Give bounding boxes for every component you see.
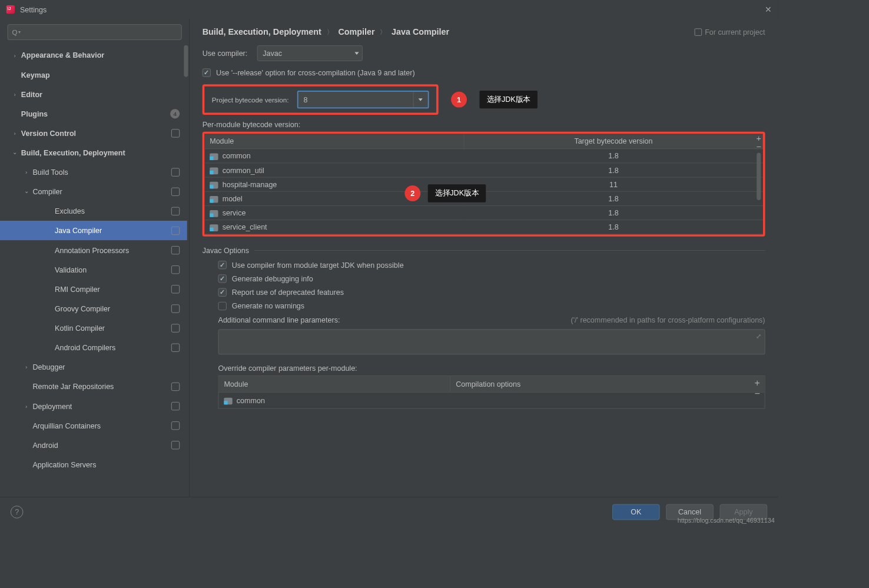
tree-item-label: Validation bbox=[55, 265, 87, 274]
chevron-down-icon: ▾ bbox=[18, 29, 21, 35]
tree-item-android[interactable]: Android bbox=[0, 435, 187, 454]
project-bytecode-select[interactable]: 8 bbox=[297, 91, 429, 108]
module-cell[interactable]: common_util bbox=[204, 163, 464, 177]
tree-item-kotlin-compiler[interactable]: Kotlin Compiler bbox=[0, 318, 187, 338]
search-input[interactable]: Q▾ bbox=[8, 24, 182, 40]
tree-item-java-compiler[interactable]: Java Compiler bbox=[0, 221, 187, 240]
tree-item-rmi-compiler[interactable]: RMI Compiler bbox=[0, 279, 187, 298]
checkbox[interactable] bbox=[218, 261, 227, 269]
tree-item-build-execution-deployment[interactable]: ⌄Build, Execution, Deployment bbox=[0, 143, 187, 162]
breadcrumb-item[interactable]: Build, Execution, Deployment bbox=[203, 28, 321, 37]
tree-item-compiler[interactable]: ⌄Compiler bbox=[0, 182, 187, 201]
dropdown-button[interactable] bbox=[413, 92, 428, 108]
checkbox[interactable] bbox=[218, 302, 227, 310]
override-label: Override compiler parameters per-module: bbox=[218, 364, 765, 372]
tree-item-debugger[interactable]: ›Debugger bbox=[0, 357, 187, 377]
table-row[interactable]: common1.8 bbox=[204, 149, 762, 163]
override-header-options[interactable]: Compilation options bbox=[450, 376, 764, 392]
tree-item-editor[interactable]: ›Editor bbox=[0, 84, 187, 104]
checkbox[interactable] bbox=[218, 274, 227, 283]
folder-icon bbox=[210, 210, 218, 217]
badge: 4 bbox=[170, 109, 180, 118]
table-header-module[interactable]: Module bbox=[204, 134, 464, 149]
folder-icon bbox=[210, 196, 218, 203]
scope-icon bbox=[171, 441, 180, 449]
tree-item-appearance-behavior[interactable]: ›Appearance & Behavior bbox=[0, 45, 187, 65]
version-cell[interactable]: 1.8 bbox=[464, 191, 762, 205]
for-current-project: For current project bbox=[694, 28, 765, 36]
release-option-checkbox[interactable] bbox=[203, 68, 211, 77]
tree-item-excludes[interactable]: Excludes bbox=[0, 201, 187, 221]
tree-item-deployment[interactable]: ›Deployment bbox=[0, 396, 187, 416]
settings-tree[interactable]: ›Appearance & BehaviorKeymap›EditorPlugi… bbox=[0, 45, 189, 497]
override-table[interactable]: Module Compilation options common + − bbox=[218, 376, 765, 408]
annotation-highlight-2: Module Target bytecode version common1.8… bbox=[203, 132, 765, 237]
folder-icon bbox=[210, 182, 218, 189]
folder-icon bbox=[210, 224, 218, 231]
breadcrumb-item[interactable]: Compiler bbox=[338, 28, 374, 37]
override-row-module[interactable]: common bbox=[218, 393, 270, 408]
tree-item-application-servers[interactable]: Application Servers bbox=[0, 454, 187, 474]
tree-item-label: Keymap bbox=[21, 70, 50, 78]
tree-item-groovy-compiler[interactable]: Groovy Compiler bbox=[0, 298, 187, 318]
titlebar: Settings ✕ bbox=[0, 0, 778, 19]
tree-item-label: Compiler bbox=[32, 187, 62, 195]
checkbox[interactable] bbox=[218, 288, 227, 297]
params-hint: ('/' recommended in paths for cross-plat… bbox=[571, 315, 765, 324]
expand-icon[interactable]: ⤢ bbox=[756, 333, 761, 341]
annotation-badge-2: 2 bbox=[404, 185, 420, 201]
javac-options-title: Javac Options bbox=[203, 246, 249, 254]
tree-item-label: Arquillian Containers bbox=[32, 421, 101, 430]
breadcrumb-item[interactable]: Java Compiler bbox=[392, 28, 449, 37]
tree-item-label: Plugins bbox=[21, 109, 48, 118]
version-cell[interactable]: 11 bbox=[464, 177, 762, 191]
remove-button[interactable]: − bbox=[754, 143, 764, 151]
tree-item-build-tools[interactable]: ›Build Tools bbox=[0, 162, 187, 182]
version-cell[interactable]: 1.8 bbox=[464, 163, 762, 177]
scope-icon bbox=[171, 207, 180, 215]
release-option-label: Use '--release' option for cross-compila… bbox=[216, 68, 415, 77]
params-label: Additional command line parameters: bbox=[218, 315, 340, 324]
use-compiler-select[interactable]: Javac bbox=[257, 45, 362, 61]
annotation-badge-1: 1 bbox=[451, 92, 467, 108]
add-button[interactable]: + bbox=[752, 378, 762, 389]
override-header-module[interactable]: Module bbox=[218, 376, 450, 392]
chevron-right-icon: › bbox=[11, 130, 19, 137]
tree-item-arquillian-containers[interactable]: Arquillian Containers bbox=[0, 416, 187, 435]
params-input[interactable]: ⤢ bbox=[218, 329, 765, 354]
footer: ? OK Cancel Apply https://blog.csdn.net/… bbox=[0, 497, 778, 526]
version-cell[interactable]: 1.8 bbox=[464, 220, 762, 234]
scope-icon bbox=[171, 129, 180, 137]
scope-icon bbox=[171, 246, 180, 254]
version-cell[interactable]: 1.8 bbox=[464, 149, 762, 163]
close-icon[interactable]: ✕ bbox=[765, 5, 772, 15]
tree-item-remote-jar-repositories[interactable]: Remote Jar Repositories bbox=[0, 377, 187, 396]
scrollbar[interactable] bbox=[757, 153, 761, 201]
tree-item-version-control[interactable]: ›Version Control bbox=[0, 123, 187, 142]
help-button[interactable]: ? bbox=[11, 506, 23, 518]
chevron-down-icon: ⌄ bbox=[11, 149, 19, 156]
tree-item-annotation-processors[interactable]: Annotation Processors bbox=[0, 240, 187, 260]
scope-icon bbox=[171, 421, 180, 430]
remove-button[interactable]: − bbox=[752, 389, 762, 400]
module-cell[interactable]: common bbox=[204, 149, 464, 163]
tree-item-label: Deployment bbox=[32, 401, 72, 410]
tree-item-plugins[interactable]: Plugins4 bbox=[0, 104, 187, 123]
table-row[interactable]: service_client1.8 bbox=[204, 220, 762, 234]
table-row[interactable]: common_util1.8 bbox=[204, 163, 762, 177]
scope-icon bbox=[171, 168, 180, 176]
chevron-down-icon bbox=[419, 98, 423, 101]
tree-item-validation[interactable]: Validation bbox=[0, 260, 187, 279]
scope-icon bbox=[171, 401, 180, 410]
tree-item-keymap[interactable]: Keymap bbox=[0, 65, 187, 84]
version-cell[interactable]: 1.8 bbox=[464, 205, 762, 220]
ok-button[interactable]: OK bbox=[612, 504, 660, 520]
sidebar: Q▾ ›Appearance & BehaviorKeymap›EditorPl… bbox=[0, 19, 190, 497]
module-cell[interactable]: service bbox=[204, 205, 464, 220]
app-icon bbox=[6, 5, 15, 14]
table-header-version[interactable]: Target bytecode version bbox=[464, 134, 762, 149]
tree-item-label: Version Control bbox=[21, 129, 76, 137]
module-cell[interactable]: service_client bbox=[204, 220, 464, 234]
tree-item-android-compilers[interactable]: Android Compilers bbox=[0, 338, 187, 357]
table-row[interactable]: service1.8 bbox=[204, 205, 762, 220]
